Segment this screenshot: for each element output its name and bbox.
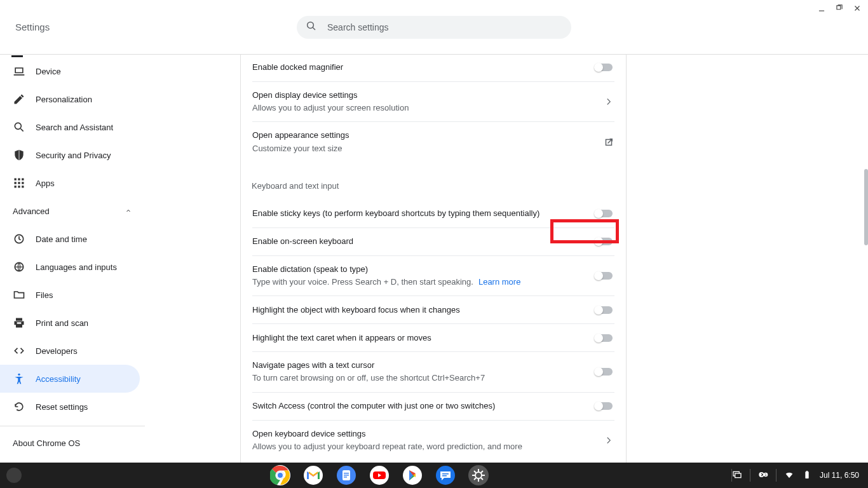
sidebar-item-personalization[interactable]: Personalization: [0, 85, 145, 113]
laptop-icon: [13, 65, 25, 78]
toggle-docked-magnifier[interactable]: [594, 63, 614, 72]
row-sublabel: To turn caret browsing on or off, use th…: [252, 372, 581, 384]
toggle-switch-access[interactable]: [594, 402, 614, 410]
system-tray[interactable]: 1 Jul 11, 6:50: [732, 469, 868, 482]
row-caret-navigation[interactable]: Navigate pages with a text cursor To tur…: [252, 351, 614, 391]
sidebar-item-reset[interactable]: Reset settings: [0, 393, 145, 421]
close-button[interactable]: [853, 4, 862, 13]
maximize-button[interactable]: [835, 4, 844, 13]
app-settings[interactable]: [468, 465, 489, 485]
svg-point-15: [18, 374, 20, 376]
tray-clock: Jul 11, 6:50: [820, 471, 859, 480]
row-sublabel: Allows you to adjust your keyboard repea…: [252, 441, 590, 452]
row-onscreen-keyboard[interactable]: Enable on-screen keyboard: [252, 227, 614, 255]
app-gmail[interactable]: [303, 465, 323, 485]
system-shelf: 1 Jul 11, 6:50: [0, 463, 868, 488]
svg-rect-30: [442, 475, 447, 477]
apps-grid-icon: [13, 177, 25, 189]
sidebar-item-files[interactable]: Files: [0, 281, 145, 309]
sidebar: Device Personalization Search and Assist…: [0, 55, 145, 488]
sidebar-item-label: Languages and inputs: [36, 262, 117, 272]
toggle-dictation[interactable]: [594, 271, 614, 280]
toggle-onscreen-keyboard[interactable]: [594, 237, 614, 246]
sidebar-item-label: Search and Assistant: [36, 123, 113, 132]
sidebar-item-languages[interactable]: Languages and inputs: [0, 253, 145, 281]
sidebar-item-print[interactable]: Print and scan: [0, 309, 145, 337]
accessibility-icon: [13, 372, 25, 385]
app-play-store[interactable]: [402, 465, 423, 485]
search-icon: [13, 121, 25, 133]
shield-icon: [13, 149, 25, 161]
svg-rect-22: [344, 473, 349, 474]
sidebar-item-label: Apps: [36, 179, 55, 188]
launcher-button[interactable]: [6, 468, 22, 483]
sidebar-item-developers[interactable]: Developers: [0, 337, 145, 365]
row-highlight-focus[interactable]: Highlight the object with keyboard focus…: [252, 295, 614, 323]
tray-notification-icon[interactable]: 1: [758, 470, 768, 482]
sidebar-item-label: Security and Privacy: [36, 151, 111, 160]
row-sticky-keys[interactable]: Enable sticky keys (to perform keyboard …: [252, 200, 614, 227]
sidebar-advanced-toggle[interactable]: Advanced: [0, 197, 145, 225]
tray-overview-icon[interactable]: [732, 470, 742, 482]
row-sublabel: Type with your voice. Press Search + D, …: [252, 276, 581, 288]
sidebar-item-label: Device: [36, 67, 61, 76]
row-label: Open appearance settings: [252, 130, 590, 141]
sidebar-item-accessibility[interactable]: Accessibility: [0, 365, 140, 393]
chevron-up-icon: [125, 207, 132, 215]
row-label: Enable docked magnifier: [252, 62, 581, 73]
sidebar-item-datetime[interactable]: Date and time: [0, 225, 145, 253]
window-controls: [817, 4, 862, 13]
sidebar-item-label: About Chrome OS: [13, 438, 80, 448]
learn-more-link[interactable]: Learn more: [478, 277, 520, 287]
clock-icon: [13, 233, 25, 245]
toggle-highlight-focus[interactable]: [594, 306, 614, 315]
folder-icon: [13, 288, 25, 301]
toggle-caret-navigation[interactable]: [594, 367, 614, 376]
sidebar-item-apps[interactable]: Apps: [0, 169, 145, 197]
sidebar-item-label: Personalization: [36, 95, 92, 104]
row-switch-access[interactable]: Switch Access (control the computer with…: [252, 392, 614, 420]
row-label: Highlight the object with keyboard focus…: [252, 304, 581, 316]
sidebar-item-device[interactable]: Device: [0, 57, 145, 85]
row-label: Open keyboard device settings: [252, 428, 590, 440]
row-dictation[interactable]: Enable dictation (speak to type) Type wi…: [252, 255, 614, 295]
settings-card: Enable docked magnifier Open display dev…: [240, 55, 627, 488]
app-docs[interactable]: [336, 465, 356, 485]
app-chrome[interactable]: [270, 465, 290, 485]
app-youtube[interactable]: [369, 465, 390, 485]
pencil-icon: [13, 93, 25, 105]
svg-rect-8: [22, 182, 24, 184]
row-label: Highlight the text caret when it appears…: [252, 332, 581, 344]
battery-icon: [802, 470, 812, 482]
svg-rect-37: [805, 471, 808, 478]
row-appearance-settings[interactable]: Open appearance settings Customize your …: [252, 121, 614, 161]
sidebar-item-about[interactable]: About Chrome OS: [0, 429, 145, 457]
printer-icon: [13, 316, 25, 329]
search-icon: [306, 20, 317, 34]
sidebar-item-label: Accessibility: [36, 374, 81, 384]
sidebar-item-security[interactable]: Security and Privacy: [0, 141, 145, 169]
toggle-sticky-keys[interactable]: [594, 209, 614, 218]
row-keyboard-settings[interactable]: Open keyboard device settings Allows you…: [252, 420, 614, 460]
search-input[interactable]: [327, 22, 562, 32]
row-docked-magnifier[interactable]: Enable docked magnifier: [252, 55, 614, 81]
code-icon: [13, 344, 25, 357]
search-box[interactable]: [297, 16, 571, 39]
svg-rect-38: [806, 471, 808, 471]
svg-rect-10: [18, 186, 20, 187]
svg-text:1: 1: [764, 473, 766, 477]
minimize-button[interactable]: [817, 4, 826, 13]
svg-rect-23: [344, 475, 349, 476]
scrollbar[interactable]: [864, 169, 868, 245]
app-messages[interactable]: [435, 465, 456, 485]
row-label: Enable sticky keys (to perform keyboard …: [252, 208, 581, 219]
svg-rect-33: [735, 473, 741, 478]
row-highlight-caret[interactable]: Highlight the text caret when it appears…: [252, 323, 614, 351]
sidebar-item-search-assistant[interactable]: Search and Assistant: [0, 113, 145, 141]
svg-rect-29: [442, 473, 449, 475]
svg-rect-1: [16, 69, 22, 72]
svg-point-0: [308, 22, 314, 28]
row-label: Switch Access (control the computer with…: [252, 400, 581, 412]
row-display-settings[interactable]: Open display device settings Allows you …: [252, 81, 614, 121]
toggle-highlight-caret[interactable]: [594, 334, 614, 342]
